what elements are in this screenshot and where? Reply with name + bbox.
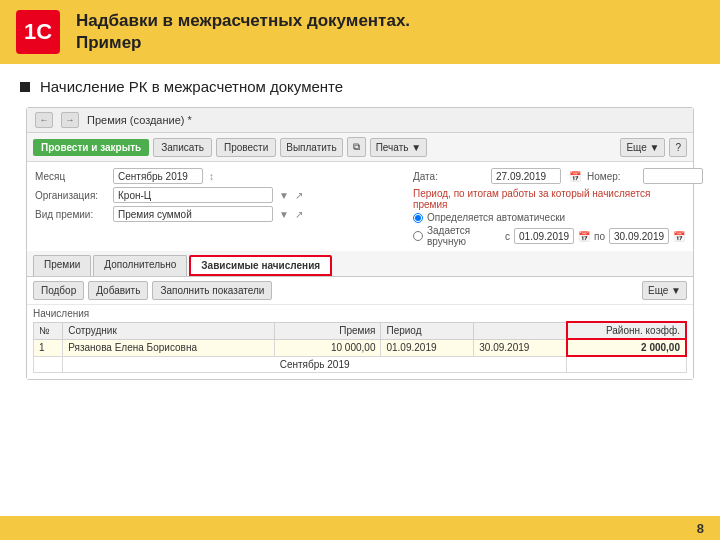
save-button[interactable]: Записать [153, 138, 212, 157]
radio-auto[interactable] [413, 213, 423, 223]
bullet-icon [20, 82, 30, 92]
radio-auto-label: Определяется автоматически [427, 212, 565, 223]
header: 1С Надбавки в межрасчетных документах. П… [0, 0, 720, 64]
add-button[interactable]: Добавить [88, 281, 148, 300]
form-left: Месяц ↕ Организация: ▼ ↗ Вид премии: ▼ [35, 168, 405, 247]
tab-dop[interactable]: Дополнительно [93, 255, 187, 276]
nav-back-button[interactable]: ← [35, 112, 53, 128]
cell-empty1 [34, 356, 63, 372]
month-input[interactable] [113, 168, 203, 184]
date-input[interactable] [491, 168, 561, 184]
col-coeff: Районн. коэфф. [567, 322, 686, 339]
org-input[interactable] [113, 187, 273, 203]
col-bonus: Премия [275, 322, 381, 339]
cell-employee: Рязанова Елена Борисовна [63, 339, 275, 356]
post-close-button[interactable]: Провести и закрыть [33, 139, 149, 156]
table-row-sub: Сентябрь 2019 [34, 356, 687, 372]
table-section: Начисления № Сотрудник Премия Период Рай… [27, 305, 693, 379]
tab-dependent[interactable]: Зависимые начисления [189, 255, 332, 276]
col-employee: Сотрудник [63, 322, 275, 339]
month-label: Месяц [35, 171, 107, 182]
more-button[interactable]: Еще ▼ [620, 138, 665, 157]
col-period2 [474, 322, 567, 339]
tab-premii[interactable]: Премии [33, 255, 91, 276]
form-top: Месяц ↕ Организация: ▼ ↗ Вид премии: ▼ [35, 168, 685, 247]
fill-button[interactable]: Заполнить показатели [152, 281, 272, 300]
logo: 1С [16, 10, 60, 54]
type-input[interactable] [113, 206, 273, 222]
header-title: Надбавки в межрасчетных документах. Прим… [76, 10, 410, 54]
period-label: Период, по итогам работы за который начи… [413, 188, 685, 210]
date-label: Дата: [413, 171, 485, 182]
help-button[interactable]: ? [669, 138, 687, 157]
sub-more-button[interactable]: Еще ▼ [642, 281, 687, 300]
tabs-bar: Премии Дополнительно Зависимые начислени… [27, 251, 693, 277]
cell-empty2 [567, 356, 686, 372]
to-date-input[interactable] [609, 228, 669, 244]
radio-manual[interactable] [413, 231, 423, 241]
cell-period-to: 30.09.2019 [474, 339, 567, 356]
footer: 8 [0, 516, 720, 540]
form-row-type: Вид премии: ▼ ↗ [35, 206, 405, 222]
from-date-input[interactable] [514, 228, 574, 244]
doc-titlebar: ← → Премия (создание) * [27, 108, 693, 133]
col-num: № [34, 322, 63, 339]
select-button[interactable]: Подбор [33, 281, 84, 300]
type-label: Вид премии: [35, 209, 107, 220]
cell-bonus: 10 000,00 [275, 339, 381, 356]
document-window: ← → Премия (создание) * Провести и закры… [26, 107, 694, 380]
print-button[interactable]: Печать ▼ [370, 138, 427, 157]
table-label: Начисления [33, 305, 687, 321]
from-label: с [505, 231, 510, 242]
cell-coeff: 2 000,00 [567, 339, 686, 356]
radio-manual-label: Задается вручную [427, 225, 497, 247]
sub-toolbar: Подбор Добавить Заполнить показатели Еще… [27, 277, 693, 305]
post-button[interactable]: Провести [216, 138, 276, 157]
copy-button[interactable]: ⧉ [347, 137, 366, 157]
form-row-date: Дата: 📅 Номер: [413, 168, 685, 184]
bullet-text: Начисление РК в межрасчетном документе [40, 78, 343, 95]
form-right: Дата: 📅 Номер: Период, по итогам работы … [405, 168, 685, 247]
page-number: 8 [697, 521, 704, 536]
pay-button[interactable]: Выплатить [280, 138, 342, 157]
main-content: Начисление РК в межрасчетном документе ←… [0, 64, 720, 390]
radio-auto-row: Определяется автоматически [413, 212, 685, 223]
org-label: Организация: [35, 190, 107, 201]
cell-sub-period: Сентябрь 2019 [63, 356, 567, 372]
bullet-item: Начисление РК в межрасчетном документе [20, 78, 700, 95]
to-label: по [594, 231, 605, 242]
doc-title: Премия (создание) * [87, 114, 192, 126]
doc-toolbar: Провести и закрыть Записать Провести Вып… [27, 133, 693, 162]
radio-manual-row: Задается вручную с 📅 по 📅 [413, 225, 685, 247]
nav-fwd-button[interactable]: → [61, 112, 79, 128]
table-header-row: № Сотрудник Премия Период Районн. коэфф. [34, 322, 687, 339]
cell-period-from: 01.09.2019 [381, 339, 474, 356]
table-row[interactable]: 1 Рязанова Елена Борисовна 10 000,00 01.… [34, 339, 687, 356]
number-label: Номер: [587, 171, 637, 182]
cell-num: 1 [34, 339, 63, 356]
form-section: Месяц ↕ Организация: ▼ ↗ Вид премии: ▼ [27, 162, 693, 251]
form-row-org: Организация: ▼ ↗ [35, 187, 405, 203]
col-period: Период [381, 322, 474, 339]
number-input[interactable] [643, 168, 703, 184]
form-row-month: Месяц ↕ [35, 168, 405, 184]
data-table: № Сотрудник Премия Период Районн. коэфф.… [33, 321, 687, 373]
